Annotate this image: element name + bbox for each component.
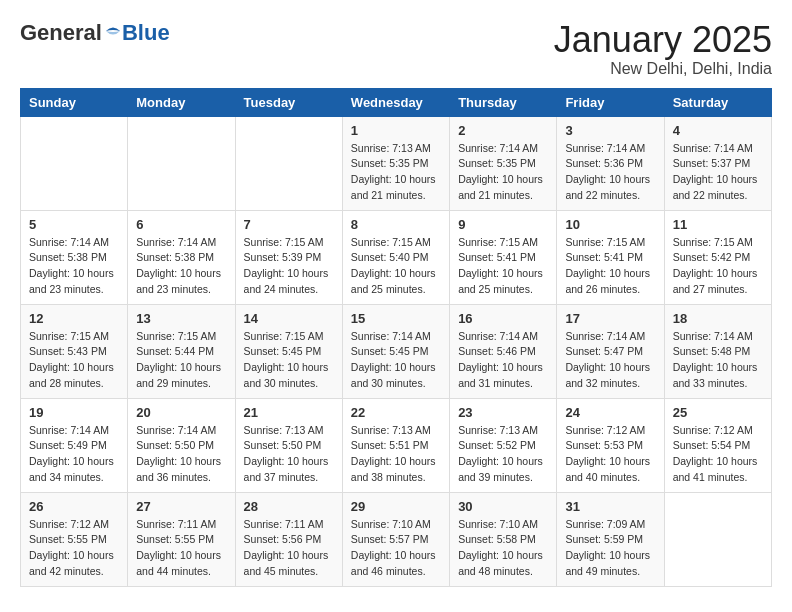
day-info: Sunrise: 7:15 AMSunset: 5:39 PMDaylight:… [244, 235, 334, 298]
day-info: Sunrise: 7:14 AMSunset: 5:37 PMDaylight:… [673, 141, 763, 204]
day-info: Sunrise: 7:14 AMSunset: 5:36 PMDaylight:… [565, 141, 655, 204]
day-info: Sunrise: 7:14 AMSunset: 5:35 PMDaylight:… [458, 141, 548, 204]
day-number: 22 [351, 405, 441, 420]
calendar-cell: 30Sunrise: 7:10 AMSunset: 5:58 PMDayligh… [450, 492, 557, 586]
calendar-cell: 22Sunrise: 7:13 AMSunset: 5:51 PMDayligh… [342, 398, 449, 492]
calendar-cell: 24Sunrise: 7:12 AMSunset: 5:53 PMDayligh… [557, 398, 664, 492]
weekday-header-wednesday: Wednesday [342, 88, 449, 116]
calendar-cell [235, 116, 342, 210]
weekday-header-monday: Monday [128, 88, 235, 116]
day-number: 16 [458, 311, 548, 326]
logo-general-text: General [20, 20, 102, 46]
day-number: 21 [244, 405, 334, 420]
week-row-3: 12Sunrise: 7:15 AMSunset: 5:43 PMDayligh… [21, 304, 772, 398]
day-number: 15 [351, 311, 441, 326]
day-number: 5 [29, 217, 119, 232]
day-number: 7 [244, 217, 334, 232]
week-row-4: 19Sunrise: 7:14 AMSunset: 5:49 PMDayligh… [21, 398, 772, 492]
day-number: 2 [458, 123, 548, 138]
day-info: Sunrise: 7:09 AMSunset: 5:59 PMDaylight:… [565, 517, 655, 580]
day-number: 19 [29, 405, 119, 420]
day-number: 30 [458, 499, 548, 514]
calendar-cell: 27Sunrise: 7:11 AMSunset: 5:55 PMDayligh… [128, 492, 235, 586]
week-row-5: 26Sunrise: 7:12 AMSunset: 5:55 PMDayligh… [21, 492, 772, 586]
calendar-cell: 6Sunrise: 7:14 AMSunset: 5:38 PMDaylight… [128, 210, 235, 304]
day-info: Sunrise: 7:13 AMSunset: 5:50 PMDaylight:… [244, 423, 334, 486]
calendar-cell: 8Sunrise: 7:15 AMSunset: 5:40 PMDaylight… [342, 210, 449, 304]
day-number: 28 [244, 499, 334, 514]
calendar-cell: 15Sunrise: 7:14 AMSunset: 5:45 PMDayligh… [342, 304, 449, 398]
calendar-cell: 31Sunrise: 7:09 AMSunset: 5:59 PMDayligh… [557, 492, 664, 586]
calendar-cell: 10Sunrise: 7:15 AMSunset: 5:41 PMDayligh… [557, 210, 664, 304]
calendar-cell: 18Sunrise: 7:14 AMSunset: 5:48 PMDayligh… [664, 304, 771, 398]
day-info: Sunrise: 7:14 AMSunset: 5:38 PMDaylight:… [29, 235, 119, 298]
day-number: 17 [565, 311, 655, 326]
calendar-cell: 17Sunrise: 7:14 AMSunset: 5:47 PMDayligh… [557, 304, 664, 398]
day-number: 27 [136, 499, 226, 514]
logo-blue-text: Blue [122, 20, 170, 46]
calendar-subtitle: New Delhi, Delhi, India [554, 60, 772, 78]
calendar-cell: 2Sunrise: 7:14 AMSunset: 5:35 PMDaylight… [450, 116, 557, 210]
day-info: Sunrise: 7:12 AMSunset: 5:55 PMDaylight:… [29, 517, 119, 580]
calendar-cell: 16Sunrise: 7:14 AMSunset: 5:46 PMDayligh… [450, 304, 557, 398]
day-info: Sunrise: 7:14 AMSunset: 5:38 PMDaylight:… [136, 235, 226, 298]
calendar-cell: 12Sunrise: 7:15 AMSunset: 5:43 PMDayligh… [21, 304, 128, 398]
calendar-cell: 25Sunrise: 7:12 AMSunset: 5:54 PMDayligh… [664, 398, 771, 492]
calendar-cell: 13Sunrise: 7:15 AMSunset: 5:44 PMDayligh… [128, 304, 235, 398]
day-number: 20 [136, 405, 226, 420]
day-info: Sunrise: 7:15 AMSunset: 5:44 PMDaylight:… [136, 329, 226, 392]
weekday-header-saturday: Saturday [664, 88, 771, 116]
calendar-cell: 26Sunrise: 7:12 AMSunset: 5:55 PMDayligh… [21, 492, 128, 586]
calendar-table: SundayMondayTuesdayWednesdayThursdayFrid… [20, 88, 772, 587]
calendar-cell: 28Sunrise: 7:11 AMSunset: 5:56 PMDayligh… [235, 492, 342, 586]
calendar-cell: 4Sunrise: 7:14 AMSunset: 5:37 PMDaylight… [664, 116, 771, 210]
day-number: 11 [673, 217, 763, 232]
day-info: Sunrise: 7:15 AMSunset: 5:41 PMDaylight:… [565, 235, 655, 298]
calendar-title: January 2025 [554, 20, 772, 60]
day-number: 8 [351, 217, 441, 232]
day-number: 4 [673, 123, 763, 138]
day-info: Sunrise: 7:13 AMSunset: 5:52 PMDaylight:… [458, 423, 548, 486]
calendar-cell: 19Sunrise: 7:14 AMSunset: 5:49 PMDayligh… [21, 398, 128, 492]
day-info: Sunrise: 7:15 AMSunset: 5:41 PMDaylight:… [458, 235, 548, 298]
day-number: 9 [458, 217, 548, 232]
day-number: 6 [136, 217, 226, 232]
day-info: Sunrise: 7:14 AMSunset: 5:48 PMDaylight:… [673, 329, 763, 392]
weekday-header-row: SundayMondayTuesdayWednesdayThursdayFrid… [21, 88, 772, 116]
day-info: Sunrise: 7:13 AMSunset: 5:35 PMDaylight:… [351, 141, 441, 204]
calendar-cell [664, 492, 771, 586]
calendar-cell: 9Sunrise: 7:15 AMSunset: 5:41 PMDaylight… [450, 210, 557, 304]
weekday-header-tuesday: Tuesday [235, 88, 342, 116]
calendar-cell [21, 116, 128, 210]
day-info: Sunrise: 7:12 AMSunset: 5:54 PMDaylight:… [673, 423, 763, 486]
day-number: 10 [565, 217, 655, 232]
day-number: 3 [565, 123, 655, 138]
day-number: 25 [673, 405, 763, 420]
day-info: Sunrise: 7:14 AMSunset: 5:47 PMDaylight:… [565, 329, 655, 392]
day-number: 24 [565, 405, 655, 420]
day-number: 18 [673, 311, 763, 326]
weekday-header-thursday: Thursday [450, 88, 557, 116]
week-row-2: 5Sunrise: 7:14 AMSunset: 5:38 PMDaylight… [21, 210, 772, 304]
day-number: 1 [351, 123, 441, 138]
weekday-header-sunday: Sunday [21, 88, 128, 116]
day-info: Sunrise: 7:14 AMSunset: 5:49 PMDaylight:… [29, 423, 119, 486]
day-info: Sunrise: 7:14 AMSunset: 5:45 PMDaylight:… [351, 329, 441, 392]
day-number: 29 [351, 499, 441, 514]
logo: General Blue [20, 20, 170, 46]
day-info: Sunrise: 7:13 AMSunset: 5:51 PMDaylight:… [351, 423, 441, 486]
calendar-cell: 20Sunrise: 7:14 AMSunset: 5:50 PMDayligh… [128, 398, 235, 492]
day-info: Sunrise: 7:12 AMSunset: 5:53 PMDaylight:… [565, 423, 655, 486]
day-info: Sunrise: 7:11 AMSunset: 5:56 PMDaylight:… [244, 517, 334, 580]
day-info: Sunrise: 7:14 AMSunset: 5:46 PMDaylight:… [458, 329, 548, 392]
title-block: January 2025 New Delhi, Delhi, India [554, 20, 772, 78]
calendar-cell: 3Sunrise: 7:14 AMSunset: 5:36 PMDaylight… [557, 116, 664, 210]
calendar-cell: 5Sunrise: 7:14 AMSunset: 5:38 PMDaylight… [21, 210, 128, 304]
day-info: Sunrise: 7:10 AMSunset: 5:58 PMDaylight:… [458, 517, 548, 580]
weekday-header-friday: Friday [557, 88, 664, 116]
day-number: 14 [244, 311, 334, 326]
calendar-cell: 29Sunrise: 7:10 AMSunset: 5:57 PMDayligh… [342, 492, 449, 586]
calendar-cell: 11Sunrise: 7:15 AMSunset: 5:42 PMDayligh… [664, 210, 771, 304]
day-number: 26 [29, 499, 119, 514]
day-info: Sunrise: 7:11 AMSunset: 5:55 PMDaylight:… [136, 517, 226, 580]
